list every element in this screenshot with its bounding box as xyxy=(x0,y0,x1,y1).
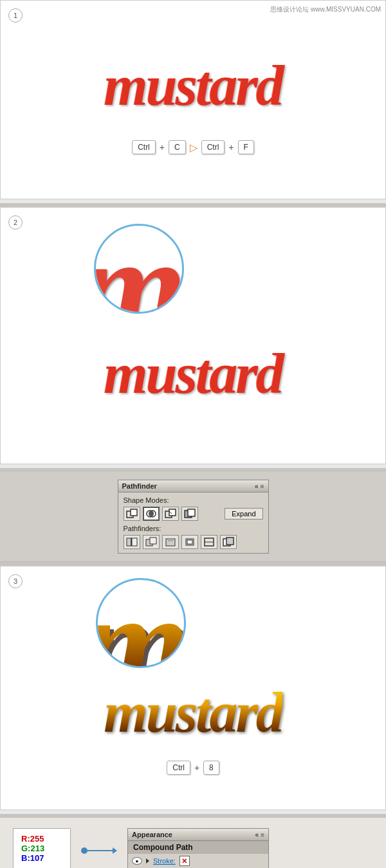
section-1: 1 mustard Ctrl + C ▷ Ctrl + F xyxy=(0,0,386,199)
shape-exclude-btn[interactable] xyxy=(162,507,179,521)
plus-3: + xyxy=(194,763,199,773)
svg-rect-16 xyxy=(187,540,192,544)
svg-rect-1 xyxy=(131,509,137,516)
shape-modes-label: Shape Modes: xyxy=(124,496,263,504)
arrow-head xyxy=(113,847,117,854)
stroke-swatch[interactable]: ✕ xyxy=(179,856,190,866)
pathfinder-panel: Pathfinder « ≡ Shape Modes: xyxy=(118,480,269,554)
step-3-number: 3 xyxy=(8,574,23,588)
compound-path-label: Compound Path xyxy=(133,843,193,852)
appearance-titlebar: Appearance « ≡ xyxy=(128,829,268,841)
pathfinders-row xyxy=(124,535,263,549)
svg-rect-8 xyxy=(188,509,195,516)
plus-2: + xyxy=(228,142,234,152)
rgb-g-value: G:213 xyxy=(21,844,62,853)
rgb-b-value: B:107 xyxy=(21,853,62,863)
mustard-text-red-2: mustard xyxy=(104,346,282,402)
pathfinder-minus-back-btn[interactable] xyxy=(220,535,237,549)
stroke-row: ● Stroke: ✕ xyxy=(128,854,268,868)
watermark-top: 思绦设计论坛 www.MISSVYUAN.COM xyxy=(270,5,381,14)
section-2: 2 m m mustard xyxy=(0,207,386,464)
mustard-text-gold-3: mustard xyxy=(104,685,282,741)
pathfinder-section: Pathfinder « ≡ Shape Modes: xyxy=(0,472,386,562)
plus-1: + xyxy=(160,142,165,152)
pathfinder-menu-icon[interactable]: ≡ xyxy=(261,483,264,490)
step-1-number: 1 xyxy=(8,8,23,23)
appearance-title: Appearance xyxy=(132,831,172,838)
appearance-menu-icon[interactable]: ≡ xyxy=(261,831,264,838)
pathfinder-outline-btn[interactable] xyxy=(201,535,217,549)
expand-button[interactable]: Expand xyxy=(225,508,262,520)
key-ctrl-3: Ctrl xyxy=(167,761,190,775)
key-ctrl-2: Ctrl xyxy=(201,140,225,154)
arrow-1: ▷ xyxy=(190,141,198,154)
pathfinder-titlebar: Pathfinder « ≡ xyxy=(118,480,268,493)
shape-minus-btn[interactable] xyxy=(181,507,198,521)
pathfinder-title: Pathfinder xyxy=(122,482,157,490)
shape-add-btn[interactable] xyxy=(124,507,140,521)
arrow-connector xyxy=(81,847,117,854)
arrow-line xyxy=(87,850,113,851)
step-2-number: 2 xyxy=(8,215,23,230)
key-ctrl-1: Ctrl xyxy=(132,140,156,154)
svg-rect-9 xyxy=(127,538,131,546)
shortcut-ctrl-8: Ctrl + 8 xyxy=(167,761,219,775)
pathfinder-crop-btn[interactable] xyxy=(181,535,198,549)
pathfinder-trim-btn[interactable] xyxy=(143,535,160,549)
section-3: 3 m m mustard Ctrl + 8 xyxy=(0,566,386,810)
pathfinders-label: Pathfinders: xyxy=(124,525,263,532)
stroke-expand-icon[interactable] xyxy=(146,858,149,863)
section-4: R:255 G:213 B:107 Appearance « ≡ xyxy=(0,818,386,868)
rgb-r-value: R:255 xyxy=(21,834,62,844)
rgb-display: R:255 G:213 B:107 xyxy=(13,828,71,868)
svg-rect-13 xyxy=(150,538,156,544)
shape-intersect-btn[interactable] xyxy=(143,507,160,521)
svg-rect-20 xyxy=(226,538,234,545)
svg-rect-10 xyxy=(132,538,137,546)
compound-path-header: Compound Path xyxy=(128,841,268,854)
shortcut-ctrl-c-f: Ctrl + C ▷ Ctrl + F xyxy=(132,140,254,154)
stroke-label[interactable]: Stroke: xyxy=(153,857,176,865)
pathfinder-merge-btn[interactable] xyxy=(162,535,179,549)
key-f: F xyxy=(238,140,254,154)
pathfinder-body: Shape Modes: xyxy=(118,493,268,553)
key-c: C xyxy=(169,140,186,154)
appearance-controls[interactable]: « ≡ xyxy=(255,831,264,838)
pathfinder-divide-btn[interactable] xyxy=(124,535,140,549)
mustard-text-red-1: mustard xyxy=(104,58,282,114)
shape-modes-row: Expand xyxy=(124,507,263,521)
stroke-visibility-icon[interactable]: ● xyxy=(132,857,142,865)
key-8: 8 xyxy=(203,761,219,775)
pathfinder-controls[interactable]: « ≡ xyxy=(255,483,264,490)
pathfinder-collapse-icon[interactable]: « xyxy=(255,483,259,490)
appearance-panel: Appearance « ≡ Compound Path ● Stroke: ✕ xyxy=(127,828,269,868)
appearance-collapse-icon[interactable]: « xyxy=(255,831,259,838)
